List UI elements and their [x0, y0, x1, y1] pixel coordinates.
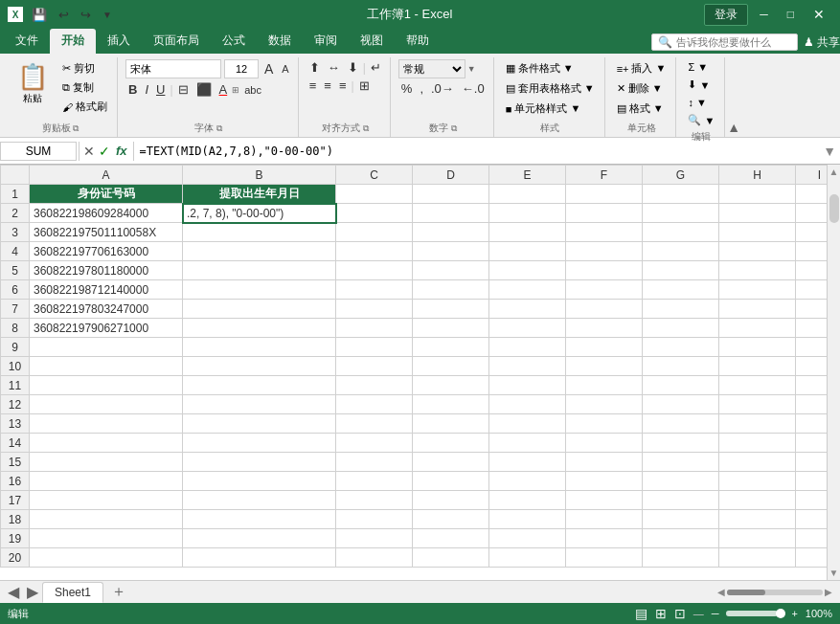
- cell-B6[interactable]: [183, 280, 336, 300]
- cell-G5[interactable]: [643, 261, 719, 280]
- increase-decimal-button[interactable]: .0→: [428, 80, 457, 97]
- tab-view[interactable]: 视图: [349, 29, 395, 54]
- cell-G2[interactable]: [643, 204, 719, 223]
- cell-H7[interactable]: [719, 300, 796, 319]
- merge-center-button[interactable]: ⊞: [356, 78, 373, 94]
- ribbon-expand[interactable]: ▲: [727, 57, 740, 137]
- cell-F6[interactable]: [566, 280, 643, 300]
- cell-B2[interactable]: .2, 7, 8), "0-00-00"): [183, 204, 336, 223]
- number-format-select[interactable]: 常规: [398, 59, 465, 78]
- col-header-H[interactable]: H: [719, 166, 796, 185]
- cell-A1[interactable]: 身份证号码: [30, 185, 183, 204]
- conditional-format-button[interactable]: ▦ 条件格式 ▼: [502, 59, 578, 78]
- login-button[interactable]: 登录: [704, 4, 748, 26]
- cell-C4[interactable]: [336, 242, 413, 261]
- sheet-tab-sheet1[interactable]: Sheet1: [42, 582, 103, 603]
- scroll-up-arrow[interactable]: ▲: [829, 165, 839, 179]
- vertical-scrollbar[interactable]: ▲ ▼: [827, 165, 840, 580]
- cell-styles-button[interactable]: ■ 单元格样式 ▼: [502, 100, 585, 118]
- col-header-A[interactable]: A: [30, 166, 183, 185]
- fill-color-button[interactable]: ⬛: [193, 81, 215, 98]
- wrap-text-button[interactable]: ↵: [368, 59, 384, 76]
- find-select-button[interactable]: 🔍 ▼: [684, 112, 718, 128]
- border-button[interactable]: ⊟: [175, 81, 192, 98]
- cell-F7[interactable]: [566, 300, 643, 319]
- font-name-input[interactable]: [125, 59, 221, 78]
- cell-G6[interactable]: [643, 280, 719, 300]
- maximize-button[interactable]: □: [780, 4, 802, 25]
- sheet-horizontal-scrollbar[interactable]: [727, 590, 823, 595]
- col-header-G[interactable]: G: [643, 166, 719, 185]
- cell-H4[interactable]: [719, 242, 796, 261]
- font-color-button[interactable]: A: [216, 81, 231, 98]
- save-icon[interactable]: 💾: [29, 7, 50, 23]
- cell-H6[interactable]: [719, 280, 796, 300]
- redo-icon[interactable]: ↪: [78, 7, 94, 23]
- cell-A4[interactable]: 360822197706163000: [30, 242, 183, 261]
- col-header-F[interactable]: F: [566, 166, 643, 185]
- cell-E3[interactable]: [489, 223, 566, 242]
- cell-B1[interactable]: 提取出生年月日: [183, 185, 336, 204]
- scroll-down-arrow[interactable]: ▼: [829, 566, 839, 580]
- cell-D2[interactable]: [413, 204, 489, 223]
- cell-C7[interactable]: [336, 300, 413, 319]
- cell-I6[interactable]: [796, 280, 828, 300]
- center-align-button[interactable]: ≡: [321, 78, 334, 94]
- cell-D3[interactable]: [413, 223, 489, 242]
- cell-F5[interactable]: [566, 261, 643, 280]
- search-input[interactable]: [676, 36, 791, 48]
- delete-cells-button[interactable]: ✕ 删除 ▼: [613, 79, 667, 98]
- sheet-scroll-left[interactable]: ◀: [717, 587, 725, 597]
- cell-I1[interactable]: [796, 185, 828, 204]
- tab-formulas[interactable]: 公式: [211, 29, 257, 54]
- scroll-tab-right[interactable]: ▶: [23, 583, 42, 601]
- cell-E5[interactable]: [489, 261, 566, 280]
- tab-page-layout[interactable]: 页面布局: [142, 29, 211, 54]
- percent-button[interactable]: %: [398, 80, 416, 97]
- add-sheet-button[interactable]: ＋: [105, 582, 132, 602]
- cell-A5[interactable]: 360822197801180000: [30, 261, 183, 280]
- cell-F2[interactable]: [566, 204, 643, 223]
- close-button[interactable]: ✕: [806, 3, 832, 26]
- increase-font-icon[interactable]: A: [261, 60, 276, 78]
- cell-G4[interactable]: [643, 242, 719, 261]
- cell-F4[interactable]: [566, 242, 643, 261]
- normal-view-button[interactable]: ▤: [635, 606, 647, 621]
- cell-C6[interactable]: [336, 280, 413, 300]
- cell-G8[interactable]: [643, 319, 719, 338]
- cell-I3[interactable]: [796, 223, 828, 242]
- cell-B3[interactable]: [183, 223, 336, 242]
- tab-data[interactable]: 数据: [257, 29, 303, 54]
- cell-G7[interactable]: [643, 300, 719, 319]
- bold-button[interactable]: B: [125, 81, 140, 98]
- zoom-in-button[interactable]: +: [791, 608, 797, 619]
- cell-B7[interactable]: [183, 300, 336, 319]
- cell-A8[interactable]: 360822197906271000: [30, 319, 183, 338]
- insert-cells-button[interactable]: ≡+ 插入 ▼: [613, 59, 670, 78]
- paste-button[interactable]: 📋 粘贴: [10, 59, 56, 108]
- sheet-table-wrap[interactable]: A B C D E F G H I 1 身份证号码: [0, 165, 827, 580]
- middle-align-button[interactable]: ↔: [325, 59, 343, 76]
- cell-F3[interactable]: [566, 223, 643, 242]
- page-layout-view-button[interactable]: ⊞: [655, 606, 667, 621]
- sheet-body[interactable]: 1 身份证号码 提取出生年月日 2 3608221986: [1, 185, 828, 568]
- cell-C1[interactable]: [336, 185, 413, 204]
- cell-B4[interactable]: [183, 242, 336, 261]
- cell-C5[interactable]: [336, 261, 413, 280]
- format-as-table-button[interactable]: ▤ 套用表格格式 ▼: [502, 79, 599, 98]
- scroll-thumb[interactable]: [829, 194, 839, 223]
- page-break-view-button[interactable]: ⊡: [674, 606, 686, 621]
- cell-E8[interactable]: [489, 319, 566, 338]
- col-header-D[interactable]: D: [413, 166, 489, 185]
- cell-G3[interactable]: [643, 223, 719, 242]
- font-size-input[interactable]: [224, 59, 259, 78]
- cell-C2[interactable]: [336, 204, 413, 223]
- formula-input[interactable]: [136, 143, 820, 160]
- cut-button[interactable]: ✂ 剪切: [58, 59, 111, 78]
- cell-F8[interactable]: [566, 319, 643, 338]
- copy-button[interactable]: ⧉ 复制: [58, 78, 111, 97]
- cell-F1[interactable]: [566, 185, 643, 204]
- tab-home[interactable]: 开始: [50, 29, 96, 54]
- cell-A3[interactable]: 360822197501110058X: [30, 223, 183, 242]
- cell-H5[interactable]: [719, 261, 796, 280]
